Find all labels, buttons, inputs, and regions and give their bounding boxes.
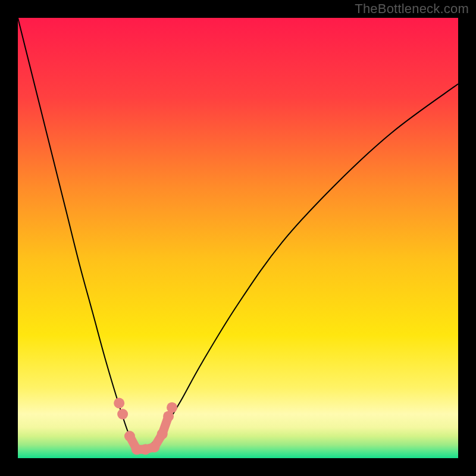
chart-frame: TheBottleneck.com [0,0,476,476]
dot-floor-3 [149,442,159,453]
watermark-text: TheBottleneck.com [355,1,469,17]
dot-right-lower [157,428,168,439]
dot-left-lower [124,431,135,441]
plot-svg [18,18,458,458]
dot-right-upper [167,402,177,413]
dot-left-upper [114,398,124,409]
gradient-background [18,18,458,458]
dot-left-mid [117,409,128,419]
